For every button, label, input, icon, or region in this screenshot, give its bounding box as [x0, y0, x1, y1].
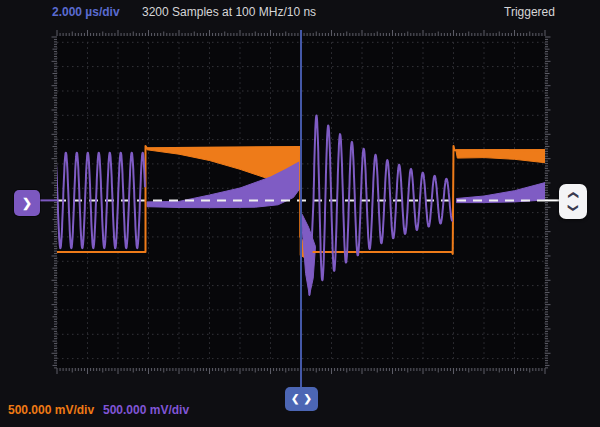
sample-rate-label: 3200 Samples at 100 MHz/10 ns — [142, 5, 316, 19]
chevron-down-icon: ❯ — [568, 204, 578, 212]
chevron-up-icon: ❯ — [568, 191, 578, 199]
scope-display[interactable] — [0, 0, 600, 427]
ch1-scale-label: 500.000 mV/div — [8, 403, 94, 417]
chevron-right-icon: ❯ — [22, 197, 32, 209]
trigger-position-handle[interactable]: ❮ ❯ — [285, 387, 318, 411]
time-per-div-label: 2.000 µs/div — [52, 5, 120, 19]
trigger-level-handle[interactable]: ❯ — [14, 190, 40, 216]
trigger-status-label: Triggered — [504, 5, 555, 19]
vertical-offset-control[interactable]: ❯ ❯ — [559, 184, 587, 219]
chevron-left-icon: ❮ — [291, 394, 299, 404]
ch2-scale-label: 500.000 mV/div — [103, 403, 189, 417]
chevron-right-icon: ❯ — [304, 394, 312, 404]
